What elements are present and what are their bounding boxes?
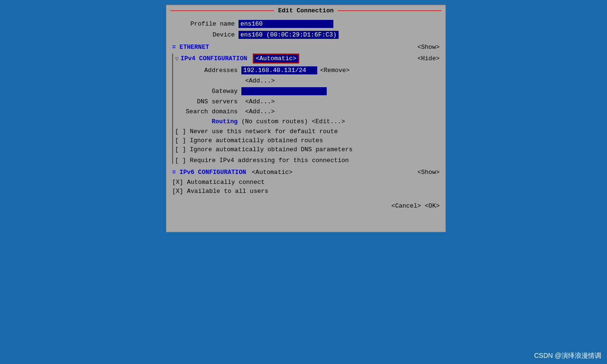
dns-row: DNS servers <Add...> bbox=[175, 98, 440, 105]
watermark: CSDN @演绎浪漫情调 bbox=[534, 352, 601, 360]
dns-label: DNS servers bbox=[175, 98, 241, 105]
addresses-row: Addresses 192.168.40.131/24 <Remove> bbox=[175, 66, 440, 74]
ethernet-show-btn[interactable]: <Show> bbox=[417, 44, 440, 51]
cancel-button[interactable]: <Cancel> bbox=[391, 202, 421, 209]
gateway-row: Gateway bbox=[175, 87, 440, 95]
ipv4-toggle-icon: ▽ bbox=[175, 55, 179, 63]
require-ipv4-row: [ ] Require IPv4 addressing for this con… bbox=[175, 157, 440, 164]
ipv6-section-header: = IPv6 CONFIGURATION <Automatic> <Show> bbox=[172, 169, 440, 176]
ignore-routes-checkbox[interactable]: [ ] Ignore automatically obtained routes bbox=[175, 137, 323, 144]
automatic-mode[interactable]: <Automatic> bbox=[253, 54, 299, 64]
all-users-checkbox[interactable]: [X] Available to all users bbox=[172, 188, 268, 195]
ethernet-label: = ETHERNET bbox=[172, 44, 209, 51]
device-label: Device bbox=[172, 31, 239, 38]
all-users-row: [X] Available to all users bbox=[172, 188, 440, 195]
remove-btn[interactable]: <Remove> bbox=[320, 67, 349, 74]
search-label: Search domains bbox=[175, 108, 241, 115]
auto-connect-row: [X] Automatically connect bbox=[172, 179, 440, 186]
ignore-dns-row: [ ] Ignore automatically obtained DNS pa… bbox=[175, 146, 440, 153]
ethernet-section-header: = ETHERNET <Show> bbox=[172, 44, 440, 51]
ignore-dns-checkbox[interactable]: [ ] Ignore automatically obtained DNS pa… bbox=[175, 146, 352, 153]
profile-value[interactable]: ens160 bbox=[239, 20, 333, 28]
title-bar-line-left bbox=[170, 10, 274, 11]
profile-label: Profile name bbox=[172, 20, 239, 27]
routing-label: Routing bbox=[175, 118, 241, 125]
ipv4-header: ▽ IPv4 CONFIGURATION <Automatic> <Hide> bbox=[175, 54, 440, 64]
search-domains-row: Search domains <Add...> bbox=[175, 108, 440, 115]
add-addresses-row: <Add...> bbox=[175, 77, 440, 84]
gateway-value[interactable] bbox=[241, 87, 327, 95]
dns-value[interactable]: <Add...> bbox=[245, 98, 275, 105]
gateway-label: Gateway bbox=[175, 88, 241, 95]
profile-row: Profile name ens160 bbox=[172, 20, 440, 28]
ipv4-hide-btn[interactable]: <Hide> bbox=[417, 55, 440, 62]
title-bar-line-right bbox=[338, 10, 441, 11]
require-ipv4-checkbox[interactable]: [ ] Require IPv4 addressing for this con… bbox=[175, 157, 349, 164]
title-bar: Edit Connection bbox=[166, 5, 445, 16]
dialog-title: Edit Connection bbox=[274, 7, 337, 14]
routing-value: (No custom routes) <Edit...> bbox=[241, 118, 345, 125]
edit-connection-dialog: Edit Connection Profile name ens160 Devi… bbox=[166, 5, 446, 232]
search-value[interactable]: <Add...> bbox=[245, 108, 275, 115]
ignore-routes-row: [ ] Ignore automatically obtained routes bbox=[175, 137, 440, 144]
never-default-checkbox[interactable]: [ ] Never use this network for default r… bbox=[175, 128, 338, 135]
device-value[interactable]: ens160 (00:0C:29:D1:6F:C3) bbox=[239, 31, 339, 39]
dialog-content: Profile name ens160 Device ens160 (00:0C… bbox=[166, 16, 445, 215]
ipv4-mode-badge[interactable]: <Automatic> bbox=[253, 54, 299, 64]
ok-button[interactable]: <OK> bbox=[425, 202, 440, 209]
addresses-label: Addresses bbox=[175, 67, 241, 74]
ipv4-label: IPv4 CONFIGURATION bbox=[181, 55, 247, 62]
auto-connect-checkbox[interactable]: [X] Automatically connect bbox=[172, 179, 265, 186]
addresses-value[interactable]: 192.168.40.131/24 bbox=[241, 66, 317, 74]
ipv6-show-btn[interactable]: <Show> bbox=[417, 169, 440, 176]
ipv6-label: = IPv6 CONFIGURATION bbox=[172, 169, 246, 176]
device-row: Device ens160 (00:0C:29:D1:6F:C3) bbox=[172, 31, 440, 39]
routing-row: Routing (No custom routes) <Edit...> bbox=[175, 118, 440, 125]
bottom-actions: <Cancel> <OK> bbox=[172, 202, 440, 209]
ipv6-mode: <Automatic> bbox=[252, 169, 293, 176]
add-address-btn[interactable]: <Add...> bbox=[245, 77, 275, 84]
ipv4-section: ▽ IPv4 CONFIGURATION <Automatic> <Hide> … bbox=[172, 54, 440, 164]
never-default-row: [ ] Never use this network for default r… bbox=[175, 128, 440, 135]
